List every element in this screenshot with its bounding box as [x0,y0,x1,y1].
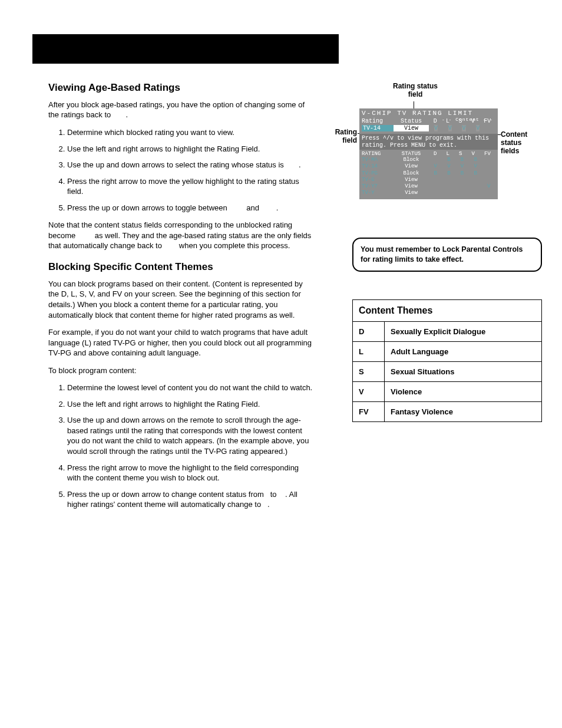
label-rating-field: Rating field [324,129,357,145]
section2-p3: To block program content: [48,365,313,376]
selected-content-cells: V V V V [429,125,495,131]
leader-line [414,101,414,108]
section1-intro: After you block age-based ratings, you h… [48,100,313,120]
list-item: Press the right arrow to move the yellow… [67,176,313,197]
vchip-diagram: V-CHIP TV RATING LIMIT - - Content - - R… [359,108,498,199]
list-item: Press the right arrow to move the highli… [67,463,313,483]
table-row: TV-MABlockBBB [362,157,495,163]
section2-p1: You can block programs based on their co… [48,279,313,320]
label-rating-status-field: Rating status field [389,83,442,99]
selected-row: TV-14 View V V V V [362,125,495,131]
section1-note: Note that the content status fields corr… [48,220,313,251]
table-row: TV-Y7ViewV [362,183,495,190]
table-row: DSexually Explicit Dialogue [353,322,542,342]
col-rating: Rating [362,118,394,124]
table-row: TV-YView [362,190,495,196]
list-item: Use the up and down arrows on the remote… [67,415,313,456]
header-black-bar [32,34,339,64]
section2-heading: Blocking Specific Content Themes [48,261,313,274]
warning-box: You must remember to Lock Parental Contr… [352,238,542,272]
list-item: Determine which blocked rating you want … [67,127,313,138]
selected-rating: TV-14 [362,125,394,131]
section1-heading: Viewing Age-Based Ratings [48,81,313,95]
section2-p2: For example, if you do not want your chi… [48,327,313,358]
list-item: Use the up and down arrows to select the… [67,160,313,170]
table-row: SSexual Situations [353,362,542,382]
table-row: FVFantasy Violence [353,402,542,422]
main-text-column: Viewing Age-Based Ratings After you bloc… [48,81,313,517]
list-item: Press the up or down arrow to change con… [67,489,313,510]
diagram-content-label: - - Content - - [442,117,493,122]
table-row: VViolence [353,382,542,402]
table-row: TV-GView [362,177,495,183]
section2-list: Determine the lowest level of content yo… [65,383,313,509]
label-content-status-fields: Content status fields [501,131,542,155]
list-item: Use the left and right arrows to highlig… [67,144,313,154]
col-status: Status [394,118,429,124]
diagram-message: Press ^/v to view programs with this rat… [359,134,498,150]
list-item: Determine the lowest level of content yo… [67,383,313,393]
themes-heading: Content Themes [353,300,542,322]
section1-list: Determine which blocked rating you want … [65,127,313,213]
list-item: Use the left and right arrows to highlig… [67,399,313,410]
list-item: Press the up or down arrows to toggle be… [67,203,313,213]
diagram-title: V-CHIP TV RATING LIMIT [362,110,495,117]
diagram-ratings-table: RATING STATUS D L S V FV TV-MABlockBBBTV… [362,151,495,197]
table-row: TV-PGBlockBBBB [362,170,495,177]
table-row: TV-14ViewVVVV [362,163,495,170]
table-row: LAdult Language [353,342,542,362]
selected-status: View [394,125,429,131]
thdr-status: STATUS [394,151,429,157]
content-themes-table: Content Themes DSexually Explicit Dialog… [352,299,542,422]
thdr-rating: RATING [362,151,394,157]
